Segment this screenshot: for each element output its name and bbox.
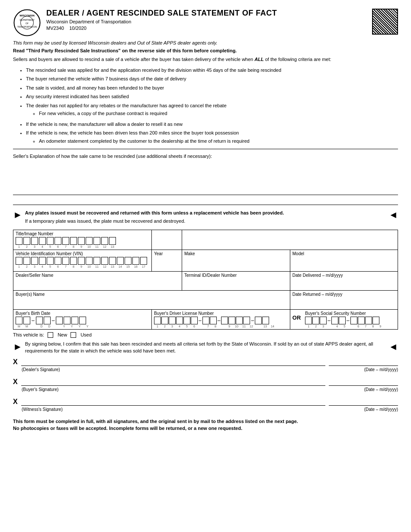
plates-bold-notice: Any plates issued must be recovered and … <box>25 209 284 217</box>
ssn-6[interactable] <box>350 317 357 324</box>
title-box-4[interactable] <box>39 237 46 245</box>
title-box-8[interactable] <box>70 237 77 245</box>
vin-box-16[interactable] <box>132 257 139 265</box>
lic-14[interactable] <box>262 317 269 324</box>
lic-12[interactable] <box>243 317 250 324</box>
new-label: New <box>58 332 67 337</box>
title-box-12[interactable] <box>101 237 108 245</box>
lic-9[interactable] <box>221 317 228 324</box>
ssn-9[interactable] <box>372 317 379 324</box>
buyer-sig-row: X <box>13 378 398 386</box>
title-box-2[interactable] <box>23 237 30 245</box>
witness-labels: (Witness's Signature) (Date – m/d/yyyy) <box>13 407 398 412</box>
ssn-5[interactable] <box>339 317 346 324</box>
vin-box-13[interactable] <box>109 257 116 265</box>
vin-box-11[interactable] <box>93 257 100 265</box>
vin-box-2[interactable] <box>23 257 30 265</box>
buyer-date-line[interactable] <box>329 378 398 386</box>
vin-box-14[interactable] <box>117 257 124 265</box>
vin-box-1[interactable] <box>16 257 22 265</box>
witness-date-line[interactable] <box>329 398 398 406</box>
intro-paragraph: Sellers and buyers are allowed to rescin… <box>13 56 398 63</box>
vin-box-3[interactable] <box>31 257 38 265</box>
birth-y4[interactable] <box>79 317 86 324</box>
explanation-area[interactable] <box>13 160 398 195</box>
terminal-input[interactable] <box>184 279 288 289</box>
form-title: DEALER / AGENT RESCINDED SALE STATEMENT … <box>46 9 372 18</box>
title-box-11[interactable] <box>93 237 100 245</box>
dealer-sig-line[interactable] <box>21 358 325 366</box>
buyer-sig-label: (Buyer's Signature) <box>22 387 58 392</box>
vin-box-9[interactable] <box>78 257 85 265</box>
vin-box-12[interactable] <box>101 257 108 265</box>
year-cell: Year <box>152 250 182 271</box>
vin-box-17[interactable] <box>140 257 147 265</box>
vin-box-4[interactable] <box>39 257 46 265</box>
birth-d1[interactable] <box>36 317 43 324</box>
ssn-7[interactable] <box>358 317 365 324</box>
ssn-boxes[interactable]: – – <box>305 317 395 324</box>
birth-y3[interactable] <box>71 317 78 324</box>
birth-m2[interactable] <box>23 317 30 324</box>
dealer-input[interactable] <box>16 279 180 289</box>
dealer-date-line[interactable] <box>329 358 398 366</box>
lic-4[interactable] <box>176 317 183 324</box>
witness-sig-line[interactable] <box>21 398 325 406</box>
dealer-name-cell: Dealer/Seller Name <box>13 271 182 290</box>
title-box-9[interactable] <box>78 237 85 245</box>
birth-date-boxes[interactable]: – – <box>16 317 149 324</box>
lic-10[interactable] <box>228 317 235 324</box>
vin-boxes[interactable] <box>16 257 149 265</box>
year-input-area[interactable] <box>154 257 180 270</box>
license-boxes[interactable]: – – – <box>154 317 288 324</box>
ssn-2[interactable] <box>312 317 319 324</box>
title-box-10[interactable] <box>86 237 93 245</box>
buyers-name-input[interactable] <box>16 298 288 308</box>
drivers-license-cell: Buyer's Driver License Number – – – <box>152 309 290 329</box>
ssn-3[interactable] <box>320 317 327 324</box>
vin-box-7[interactable] <box>62 257 69 265</box>
vin-box-10[interactable] <box>86 257 93 265</box>
model-input-area[interactable] <box>292 257 395 270</box>
date-returned-input[interactable] <box>292 298 395 308</box>
birth-y2[interactable] <box>64 317 71 324</box>
lic-1[interactable] <box>154 317 161 324</box>
title-box-5[interactable] <box>47 237 54 245</box>
lic-6[interactable] <box>191 317 198 324</box>
lic-5[interactable] <box>183 317 190 324</box>
title-box-13[interactable] <box>109 237 116 245</box>
vin-box-5[interactable] <box>47 257 54 265</box>
ssn-4[interactable] <box>331 317 338 324</box>
ssn-8[interactable] <box>365 317 372 324</box>
ssn-1[interactable] <box>305 317 312 324</box>
vin-box-15[interactable] <box>125 257 132 265</box>
vin-label: Vehicle Identification Number (VIN) <box>16 251 149 256</box>
vin-box-8[interactable] <box>70 257 77 265</box>
svg-text:WISCONSIN: WISCONSIN <box>19 14 35 17</box>
buyer-sig-line[interactable] <box>21 378 325 386</box>
lic-7[interactable] <box>202 317 209 324</box>
date-delivered-input[interactable] <box>292 279 395 289</box>
title-image-boxes[interactable] <box>16 237 149 245</box>
birth-y1[interactable] <box>56 317 63 324</box>
lic-13[interactable] <box>255 317 262 324</box>
left-arrow-icon: ► <box>13 209 22 221</box>
title-box-1[interactable] <box>16 237 22 245</box>
birth-d2[interactable] <box>44 317 51 324</box>
bullet-3: The sale is voided, and all money has be… <box>26 84 398 92</box>
used-checkbox[interactable] <box>71 332 76 338</box>
lic-11[interactable] <box>236 317 243 324</box>
title-box-3[interactable] <box>31 237 38 245</box>
lic-3[interactable] <box>169 317 176 324</box>
birth-m1[interactable] <box>16 317 22 324</box>
lic-8[interactable] <box>210 317 217 324</box>
title-box-7[interactable] <box>62 237 69 245</box>
title-box-6[interactable] <box>55 237 61 245</box>
vin-box-6[interactable] <box>55 257 61 265</box>
vin-row: Vehicle Identification Number (VIN) <box>13 250 398 271</box>
new-checkbox[interactable] <box>48 332 53 338</box>
make-input-area[interactable] <box>184 257 288 270</box>
birth-date-cell: Buyer's Birth Date – – M M D D Y <box>13 309 152 329</box>
lic-2[interactable] <box>161 317 168 324</box>
dealer-labels: (Dealer's Signature) (Date – m/d/yyyy) <box>13 367 398 372</box>
